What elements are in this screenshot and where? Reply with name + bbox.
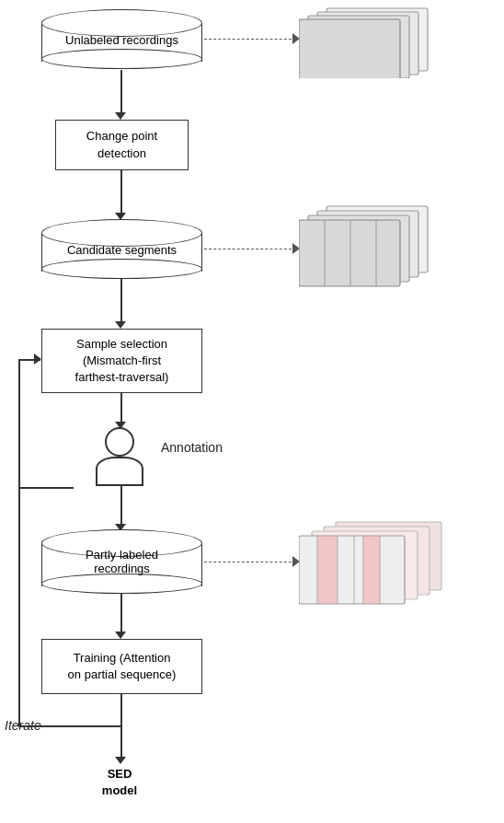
candidate-cylinder: Candidate segments [41, 219, 202, 279]
unlabeled-cylinder: Unlabeled recordings [41, 9, 202, 69]
arrowhead-to-change [115, 112, 126, 120]
change-point-box: Change pointdetection [55, 120, 189, 170]
arrow-unlabeled-to-change [120, 70, 122, 116]
sample-selection-label: Sample selection(Mismatch-firstfarthest-… [75, 336, 169, 387]
loop-bottom-h [18, 725, 121, 727]
training-label: Training (Attentionon partial sequence) [68, 650, 177, 683]
svg-rect-7 [299, 220, 400, 286]
training-box: Training (Attentionon partial sequence) [41, 639, 202, 694]
pages-stack-candidate [299, 203, 446, 290]
dashed-partly [204, 562, 296, 562]
sed-label: SEDmodel [83, 766, 156, 799]
svg-rect-3 [299, 19, 400, 78]
pages-stack-partly [299, 520, 455, 608]
change-point-label: Change pointdetection [86, 128, 157, 161]
arrow-to-sed [120, 694, 122, 760]
svg-rect-14 [299, 536, 405, 604]
arrow-sample-to-person [120, 393, 122, 425]
unlabeled-label: Unlabeled recordings [65, 32, 178, 46]
diagram: Unlabeled recordings Change pointdetecti… [0, 0, 504, 823]
arrowhead-to-training [115, 632, 126, 639]
partly-label: Partly labeledrecordings [86, 548, 158, 575]
svg-rect-16 [363, 536, 380, 604]
arrow-partly-to-training [120, 594, 122, 635]
loop-line-bottom [18, 487, 74, 489]
loop-line-vertical [18, 359, 20, 488]
arrow-person-to-partly [120, 486, 122, 527]
loop-arrowhead [34, 354, 41, 365]
loop-up-v [18, 487, 20, 726]
annotation-label: Annotation [161, 440, 223, 455]
sample-selection-box: Sample selection(Mismatch-firstfarthest-… [41, 329, 202, 393]
candidate-label: Candidate segments [67, 242, 177, 256]
person-body [96, 457, 143, 486]
person-head [105, 427, 134, 457]
pages-stack-unlabeled [299, 5, 446, 78]
dashed-unlabeled [204, 39, 296, 40]
arrowhead-to-sample [115, 321, 126, 329]
arrow-candidate-to-sample [120, 279, 122, 325]
arrow-change-to-candidate [120, 170, 122, 216]
arrowhead-to-sed [115, 757, 126, 764]
dashed-candidate [204, 249, 296, 249]
partly-cylinder: Partly labeledrecordings [41, 529, 202, 594]
svg-rect-15 [317, 536, 338, 604]
